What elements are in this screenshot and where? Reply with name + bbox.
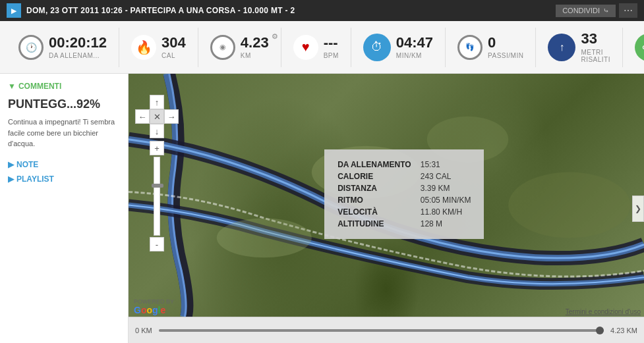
distance-icon: ◉ <box>210 35 235 60</box>
fire-icon: 🔥 <box>131 35 156 60</box>
popup-value-3: 05:05 MIN/KM <box>421 194 471 206</box>
slider-end-label: 4.23 KM <box>610 327 637 334</box>
dist-label: KM <box>241 52 269 59</box>
slider-thumb[interactable] <box>596 327 604 334</box>
run-icon: ▶ <box>7 3 21 18</box>
playlist-arrow-icon: ▶ <box>8 174 14 184</box>
elevation-icon: ↑ <box>548 34 575 61</box>
zoom-handle[interactable] <box>152 184 163 188</box>
popup-label-1: CALORIE <box>337 171 421 182</box>
powered-by-label: POWERED BY <box>134 298 174 305</box>
comments-label: COMMENTI <box>18 82 61 91</box>
heart-value: --- <box>324 35 339 51</box>
playlist-label: PLAYLIST <box>16 174 54 184</box>
map-down-button[interactable]: ↓ <box>150 124 164 138</box>
pace-icon: ⏱ <box>363 34 391 61</box>
popup-row-0: DA ALLENAMENTO 15:31 <box>337 159 471 171</box>
popup-label-2: DISTANZA <box>337 182 421 194</box>
top-bar: ▶ DOM, 23 OTT 2011 10:26 - PARTECIPA A U… <box>0 0 644 21</box>
activity-title: DOM, 23 OTT 2011 10:26 - PARTECIPA A UNA… <box>26 6 556 15</box>
info-popup: DA ALLENAMENTO 15:31 CALORIE 243 CAL DIS… <box>324 149 484 239</box>
popup-value-5: 128 M <box>421 218 471 230</box>
popup-label-5: ALTITUDINE <box>337 218 421 230</box>
popup-row-5: ALTITUDINE 128 M <box>337 218 471 230</box>
score-label: PUNTEGG...92% <box>8 97 120 111</box>
stat-time: 🕐 00:20:12 DA ALLENAM... <box>7 28 119 67</box>
map-controls: ↑ ← ✕ → ↓ + - <box>135 80 179 251</box>
clock-icon: 🕐 <box>18 35 44 60</box>
time-value: 00:20:12 <box>49 35 107 51</box>
popup-label-3: RITMO <box>337 194 421 206</box>
share-label: CONDIVIDI <box>562 7 600 14</box>
score-text: Continua a impegnarti! Ti sembra facile … <box>8 117 120 149</box>
share-button[interactable]: CONDIVIDI ⤷ <box>556 5 616 17</box>
zoom-in-button[interactable]: + <box>150 141 164 155</box>
map-up-button[interactable]: ↑ <box>150 95 164 109</box>
slider-track[interactable] <box>159 329 604 332</box>
steps-icon: 👣 <box>457 35 483 60</box>
slider-start-label: 0 KM <box>135 327 152 334</box>
elev-label: METRI RISALITI <box>581 49 610 63</box>
stats-bar: 🕐 00:20:12 DA ALLENAM... 🔥 304 CAL ◉ 4.2… <box>0 21 644 74</box>
terms-link[interactable]: Termini e condizioni d'uso <box>566 308 641 315</box>
heart-label: BPM <box>324 52 339 59</box>
sidebar: ▼ COMMENTI PUNTEGG...92% Continua a impe… <box>0 74 129 343</box>
notes-arrow-icon: ▶ <box>8 160 14 169</box>
settings-icon: ⚙ <box>272 32 278 41</box>
dist-value: 4.23 <box>241 35 269 51</box>
popup-value-2: 3.39 KM <box>421 182 471 194</box>
more-icon: ⋯ <box>624 5 633 16</box>
stat-pace: ⏱ 04:47 MIN/KM <box>351 28 446 67</box>
gps-icon: GPS <box>635 34 644 61</box>
map-slider-bar: 0 KM 4.23 KM <box>129 317 644 343</box>
map-right-button[interactable]: → <box>164 109 179 124</box>
popup-table: DA ALLENAMENTO 15:31 CALORIE 243 CAL DIS… <box>337 159 471 230</box>
pace-label: MIN/KM <box>396 52 433 59</box>
map-left-button[interactable]: ← <box>135 109 150 124</box>
map-container[interactable]: ↑ ← ✕ → ↓ + - ❯ <box>129 74 644 343</box>
google-attribution: POWERED BY Google <box>134 298 174 315</box>
cal-label: CAL <box>161 52 186 59</box>
popup-value-1: 243 CAL <box>421 171 471 182</box>
popup-row-3: RITMO 05:05 MIN/KM <box>337 194 471 206</box>
zoom-out-button[interactable]: - <box>150 237 164 251</box>
slider-fill <box>159 329 604 332</box>
notes-link[interactable]: ▶ NOTE <box>8 160 120 169</box>
popup-value-0: 15:31 <box>421 159 471 171</box>
popup-label-4: VELOCITÀ <box>337 206 421 218</box>
triangle-icon: ▼ <box>8 82 16 91</box>
elev-value: 33 <box>581 31 610 47</box>
map-center-button[interactable]: ✕ <box>150 109 164 124</box>
share-icon: ⤷ <box>603 7 609 15</box>
stat-calories: 🔥 304 CAL <box>119 28 198 67</box>
stat-heart: ♥ --- BPM <box>281 28 351 67</box>
pace-value: 04:47 <box>396 35 433 51</box>
stat-distance: ◉ 4.23 KM ⚙ <box>198 28 281 67</box>
steps-value: 0 <box>488 35 523 51</box>
popup-label-0: DA ALLENAMENTO <box>337 159 421 171</box>
popup-row-4: VELOCITÀ 11.80 KM/H <box>337 206 471 218</box>
stat-gps: GPS PERCORSO <box>623 28 644 67</box>
steps-label: PASSI/MIN <box>488 52 523 59</box>
svg-point-3 <box>508 172 630 238</box>
popup-value-4: 11.80 KM/H <box>421 206 471 218</box>
popup-row-2: DISTANZA 3.39 KM <box>337 182 471 194</box>
popup-row-1: CALORIE 243 CAL <box>337 171 471 182</box>
cal-value: 304 <box>161 35 186 51</box>
zoom-bar[interactable] <box>154 157 160 236</box>
heart-icon: ♥ <box>293 35 318 60</box>
collapse-icon: ❯ <box>635 204 641 213</box>
comments-section[interactable]: ▼ COMMENTI <box>8 82 120 91</box>
notes-label: NOTE <box>16 160 38 169</box>
time-label: DA ALLENAM... <box>49 52 107 59</box>
playlist-link[interactable]: ▶ PLAYLIST <box>8 174 120 184</box>
more-button[interactable]: ⋯ <box>619 3 637 18</box>
stat-elevation: ↑ 33 METRI RISALITI <box>536 28 623 67</box>
google-logo: Google <box>134 305 174 315</box>
stat-steps: 👣 0 PASSI/MIN <box>446 28 536 67</box>
map-collapse-button[interactable]: ❯ <box>632 196 644 222</box>
svg-point-2 <box>217 218 312 257</box>
main-content: ▼ COMMENTI PUNTEGG...92% Continua a impe… <box>0 74 644 343</box>
